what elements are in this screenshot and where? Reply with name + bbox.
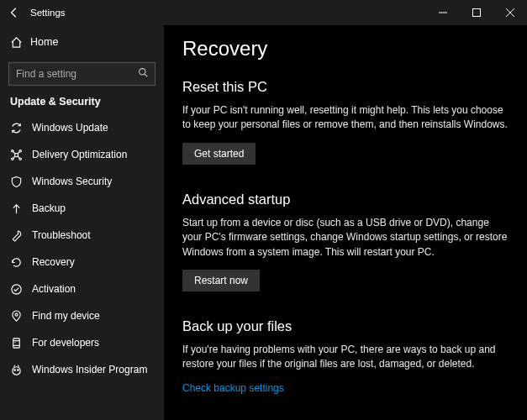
developer-icon	[10, 337, 32, 349]
nav-label: Windows Security	[32, 176, 112, 187]
window-title: Settings	[30, 8, 66, 18]
svg-line-12	[18, 151, 19, 153]
nav-troubleshoot[interactable]: Troubleshoot	[0, 222, 164, 249]
svg-point-8	[19, 150, 21, 151]
recovery-icon	[10, 256, 32, 269]
nav-label: Delivery Optimization	[32, 149, 127, 160]
section-advanced-startup: Advanced startup Start up from a device …	[182, 192, 509, 291]
home-icon	[10, 36, 30, 49]
nav-delivery-optimization[interactable]: Delivery Optimization	[0, 141, 164, 168]
main-content: Recovery Reset this PC If your PC isn't …	[164, 25, 527, 420]
svg-line-13	[13, 155, 15, 157]
nav-label: Windows Update	[32, 122, 108, 134]
nav-recovery[interactable]: Recovery	[0, 249, 164, 276]
advanced-title: Advanced startup	[182, 192, 509, 207]
location-icon	[10, 310, 32, 323]
svg-line-26	[14, 365, 15, 366]
nav-windows-update[interactable]: Windows Update	[0, 114, 164, 141]
search-input[interactable]	[8, 62, 155, 86]
section-backup: Back up your files If you're having prob…	[182, 318, 509, 394]
category-header: Update & Security	[0, 94, 164, 114]
svg-point-25	[18, 369, 19, 370]
svg-point-9	[12, 157, 13, 159]
svg-line-27	[18, 365, 18, 366]
restart-now-button[interactable]: Restart now	[182, 270, 260, 291]
reset-title: Reset this PC	[182, 79, 509, 95]
section-reset: Reset this PC If your PC isn't running w…	[182, 79, 509, 165]
nav-label: Backup	[32, 202, 66, 214]
reset-description: If your PC isn't running well, resetting…	[182, 103, 509, 133]
home-label: Home	[30, 36, 58, 48]
nav-list: Windows Update Delivery Optimization Win…	[0, 114, 164, 420]
backup-description: If you're having problems with your PC, …	[182, 343, 509, 372]
sync-icon	[10, 122, 32, 134]
nav-label: Find my device	[32, 310, 100, 322]
close-button[interactable]	[493, 0, 527, 25]
nav-find-my-device[interactable]: Find my device	[0, 302, 164, 329]
sidebar: Home Update & Security Windows Update De…	[0, 25, 164, 420]
minimize-button[interactable]	[426, 0, 460, 25]
check-circle-icon	[10, 283, 32, 296]
svg-point-17	[12, 284, 21, 293]
nav-label: Recovery	[32, 256, 75, 268]
shield-icon	[10, 176, 32, 188]
svg-point-23	[13, 366, 20, 374]
nav-windows-insider[interactable]: Windows Insider Program	[0, 356, 164, 383]
check-backup-link[interactable]: Check backup settings	[182, 382, 509, 394]
backup-icon	[10, 202, 32, 215]
nav-label: Activation	[32, 283, 76, 295]
nav-label: Troubleshoot	[32, 229, 91, 241]
home-nav[interactable]: Home	[0, 29, 164, 55]
svg-line-14	[18, 155, 19, 157]
svg-point-24	[14, 369, 16, 370]
get-started-button[interactable]: Get started	[182, 143, 256, 165]
title-bar: Settings	[0, 0, 527, 25]
svg-point-18	[15, 313, 18, 316]
svg-line-11	[13, 151, 15, 153]
nav-label: Windows Insider Program	[32, 364, 147, 375]
svg-point-10	[19, 157, 21, 159]
backup-title: Back up your files	[182, 318, 509, 334]
advanced-description: Start up from a device or disc (such as …	[182, 216, 509, 260]
maximize-button[interactable]	[460, 0, 493, 25]
page-title: Recovery	[182, 37, 509, 60]
nav-activation[interactable]: Activation	[0, 276, 164, 302]
back-button[interactable]	[8, 7, 24, 18]
nav-windows-security[interactable]: Windows Security	[0, 168, 164, 195]
wrench-icon	[10, 229, 32, 242]
nav-label: For developers	[32, 337, 99, 349]
nav-for-developers[interactable]: For developers	[0, 329, 164, 356]
nav-backup[interactable]: Backup	[0, 195, 164, 222]
insider-icon	[10, 364, 32, 376]
delivery-icon	[10, 149, 32, 161]
svg-rect-1	[473, 9, 481, 17]
svg-point-7	[12, 150, 13, 151]
svg-rect-19	[13, 338, 20, 347]
